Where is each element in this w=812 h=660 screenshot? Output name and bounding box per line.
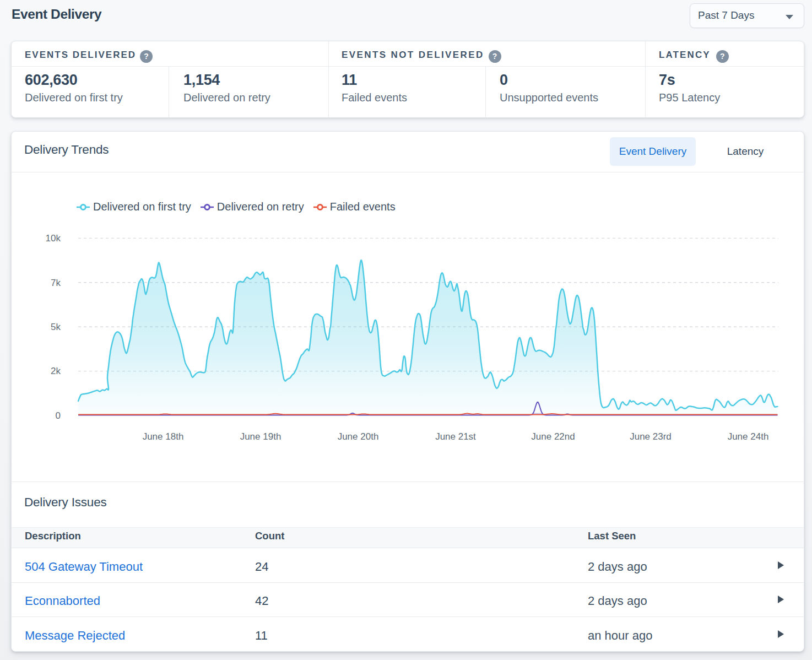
svg-text:June 23rd: June 23rd	[630, 431, 672, 442]
svg-text:10k: 10k	[46, 233, 61, 244]
svg-text:0: 0	[56, 410, 61, 421]
svg-text:June 18th: June 18th	[143, 431, 184, 442]
svg-text:June 24th: June 24th	[728, 431, 769, 442]
svg-text:5k: 5k	[51, 322, 61, 332]
svg-text:June 21st: June 21st	[435, 431, 476, 442]
svg-text:7k: 7k	[51, 278, 61, 288]
svg-text:2k: 2k	[51, 366, 61, 376]
svg-text:June 19th: June 19th	[240, 431, 282, 442]
svg-text:June 22nd: June 22nd	[531, 431, 575, 442]
svg-text:June 20th: June 20th	[338, 431, 379, 442]
